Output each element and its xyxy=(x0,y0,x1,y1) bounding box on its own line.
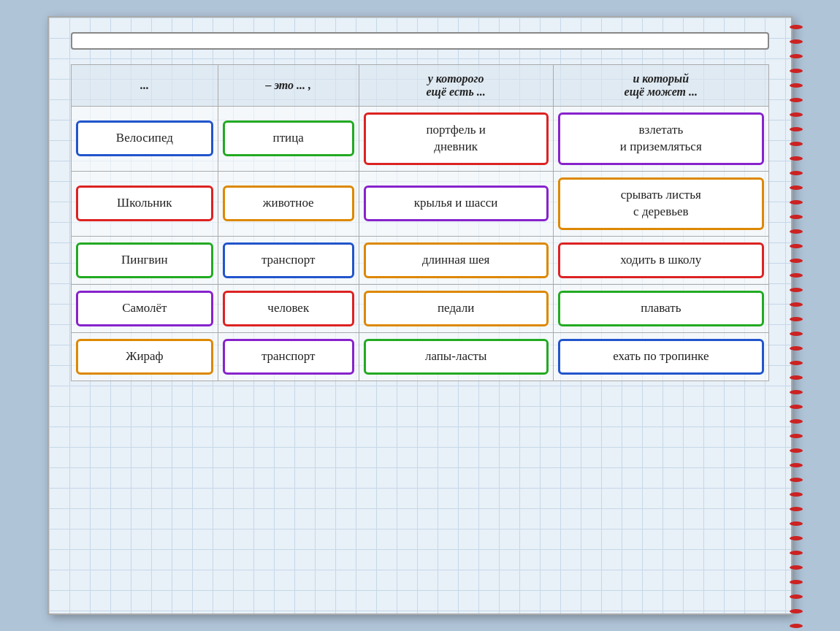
spiral-ring xyxy=(790,478,803,482)
table-row: Пингвинтранспортдлинная шеяходить в школ… xyxy=(72,236,769,284)
spiral-ring xyxy=(790,127,803,131)
cell-r4-c3[interactable]: ехать по тропинке xyxy=(553,332,768,380)
spiral-ring xyxy=(790,507,803,511)
word-box-r0-c1: птица xyxy=(223,121,354,156)
content: ... – это ... , у которогоещё есть ... и… xyxy=(49,18,791,396)
spiral-ring xyxy=(790,594,803,599)
spiral-ring xyxy=(790,565,803,570)
spiral-ring xyxy=(790,244,803,248)
word-box-r1-c1: животное xyxy=(223,186,354,221)
cell-r2-c2[interactable]: длинная шея xyxy=(359,236,553,284)
spiral-ring xyxy=(790,580,803,584)
spiral-ring xyxy=(790,332,803,336)
word-box-r2-c0: Пингвин xyxy=(76,242,213,278)
spiral-ring xyxy=(790,346,803,351)
word-box-r2-c3: ходить в школу xyxy=(558,242,764,278)
spiral-ring xyxy=(790,551,803,555)
spiral-ring xyxy=(790,142,803,146)
cell-r2-c3[interactable]: ходить в школу xyxy=(553,236,768,284)
spiral-ring xyxy=(790,609,803,613)
cell-r0-c0[interactable]: Велосипед xyxy=(72,107,218,172)
word-box-r3-c0: Самолёт xyxy=(76,291,213,326)
table-row: Жирафтранспортлапы-ластыехать по тропинк… xyxy=(72,332,769,380)
spiral-ring xyxy=(790,521,803,526)
word-box-r0-c3: взлетатьи приземляться xyxy=(558,112,764,165)
spiral-ring xyxy=(790,98,803,102)
word-box-r4-c2: лапы-ласты xyxy=(364,339,549,375)
word-box-r2-c1: транспорт xyxy=(223,242,354,278)
table-row: Самолётчеловекпедалиплавать xyxy=(72,284,769,332)
word-box-r4-c1: транспорт xyxy=(223,339,354,375)
spiral-ring xyxy=(790,156,803,161)
notebook: ... – это ... , у которогоещё есть ... и… xyxy=(47,16,793,615)
spiral-ring xyxy=(790,434,803,438)
table-row: Школьникживотноекрылья и шассисрывать ли… xyxy=(72,171,769,236)
cell-r2-c0[interactable]: Пингвин xyxy=(72,236,218,284)
spiral-ring xyxy=(790,317,803,321)
cell-r0-c2[interactable]: портфель идневник xyxy=(359,107,553,172)
spiral-ring xyxy=(790,390,803,394)
spiral-ring xyxy=(790,186,803,190)
spiral-ring xyxy=(790,54,803,58)
word-box-r0-c0: Велосипед xyxy=(76,121,213,156)
spiral-ring xyxy=(790,112,803,117)
spiral-binding xyxy=(788,25,804,606)
spiral-ring xyxy=(790,448,803,453)
spiral-ring xyxy=(790,492,803,497)
word-box-r1-c0: Школьник xyxy=(76,186,213,221)
spiral-ring xyxy=(790,273,803,278)
spiral-ring xyxy=(790,83,803,88)
col-header-1: ... xyxy=(72,65,218,107)
cell-r3-c2[interactable]: педали xyxy=(359,284,553,332)
spiral-ring xyxy=(790,405,803,409)
spiral-ring xyxy=(790,375,803,380)
spiral-ring xyxy=(790,69,803,73)
cell-r4-c1[interactable]: транспорт xyxy=(218,332,359,380)
cell-r0-c1[interactable]: птица xyxy=(218,107,359,172)
table-row: Велосипедптицапортфель идневниквзлетатьи… xyxy=(72,107,769,172)
spiral-ring xyxy=(790,39,803,44)
cell-r1-c3[interactable]: срывать листьяс деревьев xyxy=(553,171,768,236)
word-table: ... – это ... , у которогоещё есть ... и… xyxy=(71,64,769,381)
word-box-r0-c2: портфель идневник xyxy=(364,112,549,165)
spiral-ring xyxy=(790,171,803,175)
spiral-ring xyxy=(790,259,803,263)
cell-r3-c0[interactable]: Самолёт xyxy=(72,284,218,332)
spiral-ring xyxy=(790,624,803,628)
word-box-r4-c0: Жираф xyxy=(76,339,213,375)
spiral-ring xyxy=(790,536,803,540)
cell-r3-c3[interactable]: плавать xyxy=(553,284,768,332)
spiral-ring xyxy=(790,229,803,234)
spiral-ring xyxy=(790,361,803,365)
spiral-ring xyxy=(790,288,803,292)
spiral-ring xyxy=(790,463,803,467)
cell-r3-c1[interactable]: человек xyxy=(218,284,359,332)
cell-r1-c2[interactable]: крылья и шасси xyxy=(359,171,553,236)
word-box-r2-c2: длинная шея xyxy=(364,242,549,278)
col-header-2: – это ... , xyxy=(218,65,359,107)
cell-r0-c3[interactable]: взлетатьи приземляться xyxy=(553,107,768,172)
word-box-r3-c3: плавать xyxy=(558,291,764,326)
cell-r1-c0[interactable]: Школьник xyxy=(72,171,218,236)
spiral-ring xyxy=(790,215,803,219)
word-box-r3-c2: педали xyxy=(364,291,549,326)
col-header-3: у которогоещё есть ... xyxy=(359,65,553,107)
task-header xyxy=(71,32,769,50)
word-box-r1-c2: крылья и шасси xyxy=(364,186,549,221)
cell-r4-c0[interactable]: Жираф xyxy=(72,332,218,380)
col-header-4: и которыйещё может ... xyxy=(553,65,768,107)
cell-r4-c2[interactable]: лапы-ласты xyxy=(359,332,553,380)
spiral-ring xyxy=(790,302,803,307)
spiral-ring xyxy=(790,25,803,29)
word-box-r3-c1: человек xyxy=(223,291,354,326)
cell-r1-c1[interactable]: животное xyxy=(218,171,359,236)
word-box-r4-c3: ехать по тропинке xyxy=(558,339,764,375)
word-box-r1-c3: срывать листьяс деревьев xyxy=(558,177,764,230)
spiral-ring xyxy=(790,419,803,424)
cell-r2-c1[interactable]: транспорт xyxy=(218,236,359,284)
spiral-ring xyxy=(790,200,803,204)
